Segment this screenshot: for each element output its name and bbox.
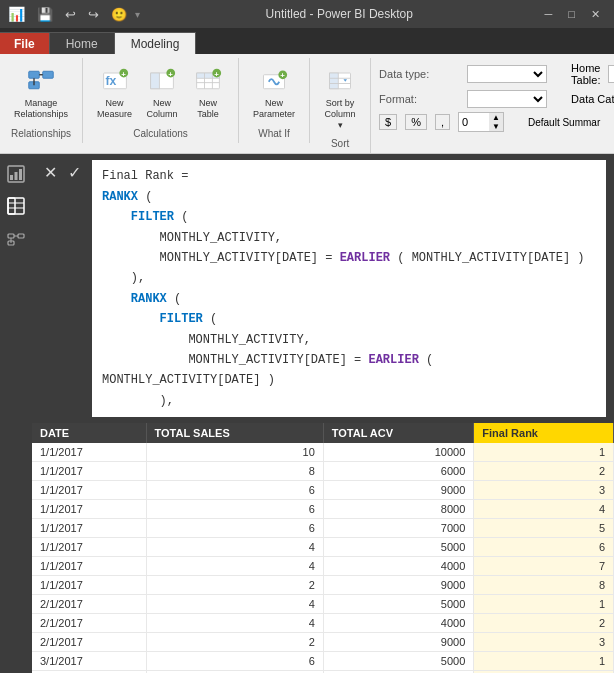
cell-total-sales: 4 (146, 557, 323, 576)
data-category-label: Data Category: U (571, 93, 614, 105)
svg-rect-30 (19, 169, 22, 180)
formula-line-10: MONTHLY_ACTIVITY[DATE] = EARLIER ( MONTH… (102, 353, 433, 387)
new-column-button[interactable]: + NewColumn (140, 60, 184, 124)
cell-final-rank: 3 (474, 633, 614, 652)
tab-modeling[interactable]: Modeling (115, 32, 197, 54)
table-row: 2/1/2017 4 4000 2 (32, 614, 614, 633)
cell-total-sales: 2 (146, 633, 323, 652)
ribbon-group-relationships: ManageRelationships Relationships (0, 58, 83, 143)
cell-date: 1/1/2017 (32, 462, 146, 481)
sidebar-icon-model[interactable] (4, 226, 28, 250)
new-parameter-icon: + (258, 64, 290, 96)
data-type-row: Data type: Home Table: (379, 62, 614, 86)
cell-date: 2/1/2017 (32, 614, 146, 633)
cell-total-acv: 6000 (323, 462, 474, 481)
cell-total-sales: 4 (146, 595, 323, 614)
title-bar: 📊 💾 ↩ ↪ 🙂 ▾ Untitled - Power BI Desktop … (0, 0, 614, 28)
manage-relationships-button[interactable]: ManageRelationships (8, 60, 74, 124)
app-icon: 📊 (8, 6, 25, 22)
new-column-icon: + (146, 64, 178, 96)
new-parameter-button[interactable]: + NewParameter (247, 60, 301, 124)
formula-line-1: Final Rank = (102, 169, 188, 183)
cell-total-sales: 2 (146, 576, 323, 595)
sidebar-icon-report[interactable] (4, 162, 28, 186)
sort-by-column-label: Sort byColumn ▾ (324, 98, 356, 130)
formula-cancel-button[interactable]: ✕ (40, 162, 60, 182)
svg-text:+: + (280, 71, 285, 80)
sidebar (0, 154, 32, 673)
cell-date: 1/1/2017 (32, 538, 146, 557)
sidebar-icon-data[interactable] (4, 194, 28, 218)
decimal-input[interactable] (459, 115, 489, 129)
data-table: DATE TOTAL SALES TOTAL ACV Final Rank 1/… (32, 423, 614, 673)
window-controls: ─ □ ✕ (539, 6, 606, 23)
table-row: 1/1/2017 10 10000 1 (32, 443, 614, 462)
cell-final-rank: 1 (474, 652, 614, 671)
format-select[interactable] (467, 90, 547, 108)
default-summary-label: Default Summar (528, 117, 600, 128)
emoji-button[interactable]: 🙂 (107, 5, 131, 24)
decimal-places-input[interactable]: ▲ ▼ (458, 112, 504, 132)
cell-total-acv: 9000 (323, 576, 474, 595)
ribbon-right-panel: Data type: Home Table: Format: Data Cate… (371, 58, 614, 136)
home-table-select[interactable] (608, 65, 614, 83)
formula-line-2: RANKX ( (102, 190, 152, 204)
table-row: 1/1/2017 8 6000 2 (32, 462, 614, 481)
percent-format-button[interactable]: % (405, 114, 427, 130)
cell-final-rank: 2 (474, 462, 614, 481)
whatif-group-label: What If (258, 124, 290, 139)
table-row: 3/1/2017 6 5000 1 (32, 652, 614, 671)
table-row: 2/1/2017 4 5000 1 (32, 595, 614, 614)
decrement-button[interactable]: ▼ (489, 122, 503, 131)
dollar-format-button[interactable]: $ (379, 114, 397, 130)
save-button[interactable]: 💾 (33, 5, 57, 24)
maximize-button[interactable]: □ (562, 6, 581, 23)
cell-total-acv: 10000 (323, 443, 474, 462)
manage-relationships-label: ManageRelationships (14, 98, 68, 120)
minimize-button[interactable]: ─ (539, 6, 559, 23)
increment-button[interactable]: ▲ (489, 113, 503, 122)
close-button[interactable]: ✕ (585, 6, 606, 23)
comma-format-button[interactable]: , (435, 114, 450, 130)
calculations-buttons: fx + NewMeasure + NewColumn (91, 60, 230, 124)
svg-rect-24 (330, 73, 339, 89)
cell-total-sales: 6 (146, 500, 323, 519)
formula-confirm-button[interactable]: ✓ (64, 162, 84, 182)
svg-rect-36 (18, 234, 24, 238)
table-row: 1/1/2017 2 9000 8 (32, 576, 614, 595)
table-body: 1/1/2017 10 10000 1 1/1/2017 8 6000 2 1/… (32, 443, 614, 673)
cell-final-rank: 6 (474, 538, 614, 557)
ribbon-group-calculations: fx + NewMeasure + NewColumn (83, 58, 239, 143)
formula-editor[interactable]: Final Rank = RANKX ( FILTER ( MONTHLY_AC… (92, 160, 606, 417)
new-measure-icon: fx + (99, 64, 131, 96)
new-measure-button[interactable]: fx + NewMeasure (91, 60, 138, 124)
content-area: ✕ ✓ Final Rank = RANKX ( FILTER ( MONTHL… (32, 154, 614, 673)
cell-total-sales: 6 (146, 519, 323, 538)
svg-rect-1 (43, 71, 54, 78)
cell-total-acv: 8000 (323, 500, 474, 519)
formula-line-9: MONTHLY_ACTIVITY, (102, 333, 311, 347)
ribbon-group-sort: Sort byColumn ▾ Sort (310, 58, 371, 153)
col-header-total-acv: TOTAL ACV (323, 423, 474, 443)
redo-button[interactable]: ↪ (84, 5, 103, 24)
col-header-final-rank: Final Rank (474, 423, 614, 443)
cell-final-rank: 8 (474, 576, 614, 595)
relationships-icon (25, 64, 57, 96)
data-type-label: Data type: (379, 68, 459, 80)
cell-total-acv: 9000 (323, 633, 474, 652)
main-area: ✕ ✓ Final Rank = RANKX ( FILTER ( MONTHL… (0, 154, 614, 673)
tab-home[interactable]: Home (50, 32, 115, 54)
undo-button[interactable]: ↩ (61, 5, 80, 24)
svg-text:+: + (121, 70, 126, 79)
cell-date: 2/1/2017 (32, 633, 146, 652)
cell-date: 1/1/2017 (32, 500, 146, 519)
new-table-button[interactable]: + NewTable (186, 60, 230, 124)
svg-rect-32 (8, 198, 15, 214)
data-type-select[interactable] (467, 65, 547, 83)
tab-file[interactable]: File (0, 32, 50, 54)
sort-by-column-button[interactable]: Sort byColumn ▾ (318, 60, 362, 134)
cell-final-rank: 1 (474, 443, 614, 462)
calculations-group-label: Calculations (133, 124, 187, 139)
cell-date: 1/1/2017 (32, 481, 146, 500)
table-row: 1/1/2017 6 7000 5 (32, 519, 614, 538)
